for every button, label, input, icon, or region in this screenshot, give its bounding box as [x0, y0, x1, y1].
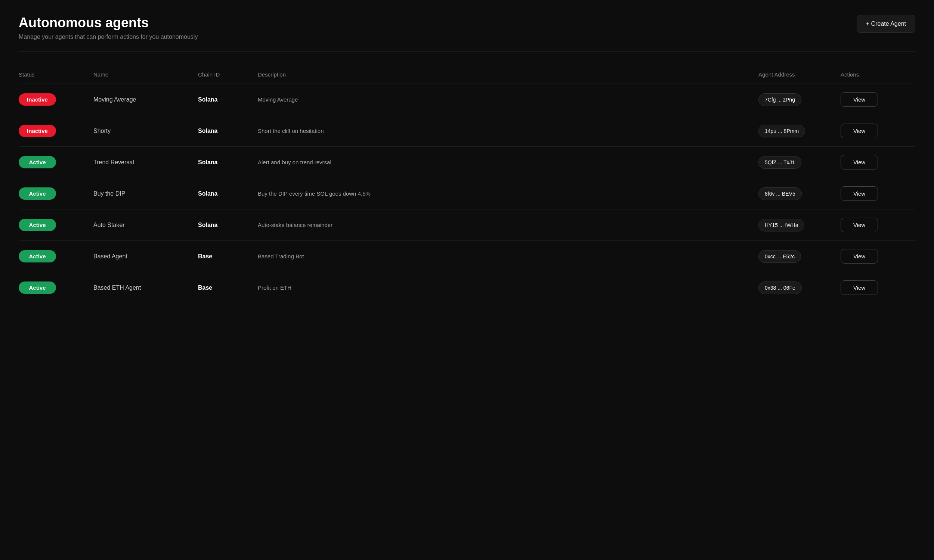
action-cell: View [841, 155, 916, 169]
chain-id: Base [198, 253, 258, 260]
action-cell: View [841, 186, 916, 201]
status-cell: Active [18, 250, 93, 263]
status-cell: Active [18, 156, 93, 168]
table-row: Active Auto Staker Solana Auto-stake bal… [18, 209, 916, 241]
agent-address-badge: 7Cfg ... zPng [758, 93, 801, 106]
agent-address-cell: 7Cfg ... zPng [758, 93, 841, 106]
agent-description: Alert and buy on trend revrsal [258, 159, 758, 165]
agent-name: Shorty [93, 128, 198, 134]
view-button[interactable]: View [841, 280, 878, 295]
table-row: Inactive Shorty Solana Short the cliff o… [18, 115, 916, 147]
status-cell: Inactive [18, 93, 93, 106]
column-header-description: Description [258, 71, 758, 78]
status-badge: Active [18, 219, 56, 231]
column-header-status: Status [18, 71, 93, 78]
column-header-actions: Actions [841, 71, 916, 78]
agent-name: Trend Reversal [93, 159, 198, 166]
view-button[interactable]: View [841, 249, 878, 263]
view-button[interactable]: View [841, 218, 878, 232]
page-header: Autonomous agents Manage your agents tha… [18, 15, 916, 40]
status-badge: Active [18, 156, 56, 168]
agent-address-cell: 0x38 ... 06Fe [758, 282, 841, 294]
view-button[interactable]: View [841, 186, 878, 201]
agent-name: Based ETH Agent [93, 285, 198, 291]
agent-address-badge: 0xcc ... E52c [758, 250, 801, 263]
agent-address-cell: 14pu ... 8Pmm [758, 125, 841, 137]
table-header-row: Status Name Chain ID Description Agent A… [18, 67, 916, 84]
agent-address-cell: 0xcc ... E52c [758, 250, 841, 263]
agent-address-cell: 5QfZ ... TxJ1 [758, 156, 841, 169]
view-button[interactable]: View [841, 155, 878, 169]
action-cell: View [841, 249, 916, 263]
table-row: Active Based ETH Agent Base Profit on ET… [18, 272, 916, 303]
chain-id: Solana [198, 96, 258, 103]
agent-address-badge: 0x38 ... 06Fe [758, 282, 802, 294]
status-badge: Active [18, 250, 56, 263]
status-cell: Active [18, 282, 93, 294]
agents-table: Status Name Chain ID Description Agent A… [18, 67, 916, 303]
agent-address-badge: 8f6v ... BEV5 [758, 188, 802, 200]
agent-address-badge: 5QfZ ... TxJ1 [758, 156, 801, 169]
action-cell: View [841, 92, 916, 107]
table-row: Active Buy the DIP Solana Buy the DIP ev… [18, 178, 916, 209]
table-row: Active Based Agent Base Based Trading Bo… [18, 241, 916, 272]
agent-description: Short the cliff on hesitation [258, 128, 758, 134]
chain-id: Solana [198, 128, 258, 134]
column-header-chain-id: Chain ID [198, 71, 258, 78]
chain-id: Base [198, 285, 258, 291]
column-header-name: Name [93, 71, 198, 78]
action-cell: View [841, 123, 916, 138]
header-divider [18, 52, 916, 52]
status-cell: Active [18, 219, 93, 231]
chain-id: Solana [198, 191, 258, 197]
action-cell: View [841, 218, 916, 232]
status-badge: Active [18, 282, 56, 294]
agent-name: Buy the DIP [93, 191, 198, 197]
chain-id: Solana [198, 222, 258, 228]
agent-description: Buy the DIP every time SOL goes down 4.5… [258, 191, 758, 197]
table-body: Inactive Moving Average Solana Moving Av… [18, 84, 916, 303]
column-header-agent-address: Agent Address [758, 71, 841, 78]
agent-description: Moving Average [258, 96, 758, 103]
status-badge: Inactive [18, 93, 56, 106]
view-button[interactable]: View [841, 123, 878, 138]
action-cell: View [841, 280, 916, 295]
agent-name: Auto Staker [93, 222, 198, 228]
agent-name: Moving Average [93, 96, 198, 103]
agent-description: Profit on ETH [258, 285, 758, 291]
agent-address-badge: 14pu ... 8Pmm [758, 125, 805, 137]
status-badge: Active [18, 188, 56, 200]
agent-name: Based Agent [93, 253, 198, 260]
agent-address-cell: HY15 ... fWHa [758, 219, 841, 231]
agent-description: Auto-stake balance remainder [258, 222, 758, 228]
agent-address-cell: 8f6v ... BEV5 [758, 188, 841, 200]
chain-id: Solana [198, 159, 258, 166]
create-agent-button[interactable]: + Create Agent [857, 15, 916, 33]
header-left: Autonomous agents Manage your agents tha… [18, 15, 197, 40]
status-badge: Inactive [18, 125, 56, 137]
page-subtitle: Manage your agents that can perform acti… [18, 34, 197, 40]
status-cell: Inactive [18, 125, 93, 137]
view-button[interactable]: View [841, 92, 878, 107]
table-row: Inactive Moving Average Solana Moving Av… [18, 84, 916, 115]
agent-address-badge: HY15 ... fWHa [758, 219, 805, 231]
page-title: Autonomous agents [18, 15, 197, 31]
agent-description: Based Trading Bot [258, 253, 758, 260]
table-row: Active Trend Reversal Solana Alert and b… [18, 147, 916, 178]
status-cell: Active [18, 188, 93, 200]
